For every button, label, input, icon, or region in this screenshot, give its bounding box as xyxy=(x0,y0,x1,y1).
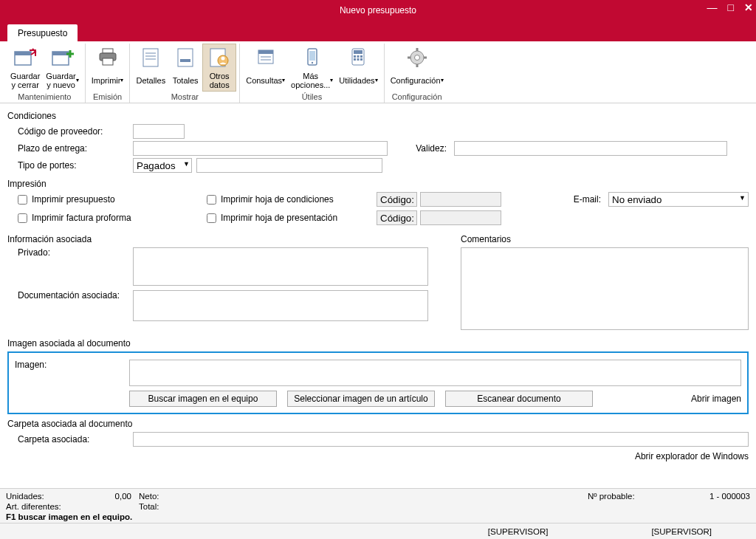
tab-presupuesto[interactable]: Presupuesto xyxy=(7,24,78,41)
configuracion-button[interactable]: Configuración▾ xyxy=(388,44,447,92)
ribbon-group-mostrar: Detalles Totales Otros datos Mostrar xyxy=(130,44,240,103)
minimize-icon[interactable]: — xyxy=(707,1,718,13)
consultas-icon xyxy=(254,46,278,69)
utilidades-button[interactable]: Utilidades▾ xyxy=(336,44,380,92)
consultas-button[interactable]: Consultas▾ xyxy=(243,44,288,92)
ribbon-group-configuracion: Configuración▾ Configuración xyxy=(385,44,450,103)
label-validez: Validez: xyxy=(402,143,447,154)
label-total: Total: xyxy=(131,502,205,511)
label-carpeta: Carpeta asociada: xyxy=(7,434,133,444)
phone-icon xyxy=(300,46,324,69)
otros-datos-button[interactable]: Otros datos xyxy=(202,44,236,92)
imprimir-button[interactable]: Imprimir▾ xyxy=(89,44,127,92)
email-select[interactable] xyxy=(608,192,749,207)
imagen-input[interactable] xyxy=(129,360,741,386)
save-new-icon xyxy=(51,46,75,69)
detalles-button[interactable]: Detalles xyxy=(133,44,168,92)
section-condiciones: Condiciones xyxy=(7,111,749,121)
comentarios-textarea[interactable] xyxy=(461,247,749,330)
value-unidades: 0,00 xyxy=(94,492,131,501)
window-title: Nuevo presupuesto xyxy=(340,5,416,16)
codigo2-label xyxy=(377,210,417,225)
codigo2-input xyxy=(420,210,501,225)
buscar-imagen-button[interactable]: Buscar imagen en el equipo xyxy=(129,391,277,407)
chk-factura-proforma[interactable]: Imprimir factura proforma xyxy=(18,213,207,223)
section-impresion: Impresión xyxy=(7,179,749,189)
otros-datos-icon xyxy=(207,46,231,69)
save-close-icon xyxy=(13,46,37,69)
validez-input[interactable] xyxy=(454,141,727,156)
chevron-down-icon[interactable]: ▼ xyxy=(739,194,746,202)
statusbar: [SUPERVISOR] [SUPERVISOR] xyxy=(0,523,756,539)
section-comentarios: Comentarios xyxy=(461,234,749,244)
close-icon[interactable]: ✕ xyxy=(744,1,753,13)
escanear-button[interactable]: Escanear documento xyxy=(445,391,593,407)
abrir-explorador-link[interactable]: Abrir explorador de Windows xyxy=(635,451,749,461)
totales-button[interactable]: Totales xyxy=(168,44,202,92)
svg-rect-31 xyxy=(357,58,360,61)
privado-textarea[interactable] xyxy=(133,247,428,286)
tipo-portes-extra-input[interactable] xyxy=(196,158,382,173)
guardar-nuevo-button[interactable]: Guardar y nuevo ▾ xyxy=(43,44,81,92)
chevron-down-icon[interactable]: ▼ xyxy=(183,160,190,168)
svg-rect-23 xyxy=(309,51,315,61)
svg-point-24 xyxy=(312,62,313,63)
seleccionar-imagen-button[interactable]: Seleccionar imagen de un artículo xyxy=(287,391,435,407)
footer-summary: Unidades: 0,00 Neto: Nº probable: 1 - 00… xyxy=(0,488,756,523)
ribbon-group-emision: Imprimir▾ Emisión xyxy=(86,44,131,103)
label-imagen: Imagen: xyxy=(15,360,129,370)
label-neto: Neto: xyxy=(131,492,205,501)
codigo1-label xyxy=(377,192,417,207)
svg-point-17 xyxy=(221,57,225,61)
plazo-entrega-input[interactable] xyxy=(133,141,388,156)
titlebar: Nuevo presupuesto — □ ✕ xyxy=(0,0,756,21)
svg-rect-29 xyxy=(360,55,362,58)
label-privado: Privado: xyxy=(7,247,133,258)
value-n-probable: 1 - 000003 xyxy=(684,492,750,501)
imagen-group: Imagen: Buscar imagen en el equipo Selec… xyxy=(7,351,749,414)
mas-opciones-button[interactable]: Más opciones... ▾ xyxy=(288,44,336,92)
svg-rect-13 xyxy=(178,49,193,66)
label-email: E-mail: xyxy=(574,194,601,205)
codigo-proveedor-input[interactable] xyxy=(133,124,185,139)
svg-rect-9 xyxy=(143,49,158,66)
maximize-icon[interactable]: □ xyxy=(728,1,734,13)
chk-hoja-condiciones[interactable]: Imprimir hoja de condiciones xyxy=(207,194,377,205)
chk-imprimir-presupuesto[interactable]: Imprimir presupuesto xyxy=(18,194,207,205)
gear-icon xyxy=(405,46,429,69)
ribbon-group-utiles: Consultas▾ Más opciones... ▾ Utilidades▾… xyxy=(240,44,384,103)
label-doc-asociada: Documentación asociada: xyxy=(7,290,133,301)
calculator-icon xyxy=(346,46,370,69)
guardar-cerrar-button[interactable]: Guardar y cerrar xyxy=(7,44,43,92)
chk-hoja-presentacion[interactable]: Imprimir hoja de presentación xyxy=(207,213,377,223)
svg-point-34 xyxy=(414,55,419,61)
totales-icon xyxy=(173,46,197,69)
label-unidades: Unidades: xyxy=(6,492,94,501)
svg-rect-3 xyxy=(52,52,69,55)
section-carpeta-doc: Carpeta asociada al documento xyxy=(7,419,749,429)
form-body: Condiciones Código de proveedor: Plazo d… xyxy=(0,103,756,488)
status-user-right: [SUPERVISOR] xyxy=(651,527,712,536)
doc-asociada-textarea[interactable] xyxy=(133,290,428,321)
carpeta-input[interactable] xyxy=(133,432,749,447)
printer-icon xyxy=(96,46,120,69)
ribbon: Guardar y cerrar Guardar y nuevo ▾ Mante… xyxy=(0,41,756,103)
label-codigo-proveedor: Código de proveedor: xyxy=(7,126,133,137)
svg-rect-14 xyxy=(180,59,190,62)
svg-rect-28 xyxy=(357,55,360,58)
svg-rect-8 xyxy=(103,58,113,65)
footer-hint: F1 buscar imagen en el equipo. xyxy=(6,512,750,521)
abrir-imagen-link[interactable]: Abrir imagen xyxy=(691,394,741,404)
codigo1-input xyxy=(420,192,501,207)
section-info-asociada: Información asociada xyxy=(7,234,439,244)
status-user-left: [SUPERVISOR] xyxy=(488,527,549,536)
svg-rect-27 xyxy=(354,55,356,58)
svg-rect-32 xyxy=(360,58,362,61)
label-n-probable: Nº probable: xyxy=(588,492,684,501)
detalles-icon xyxy=(139,46,162,69)
label-art-dif: Art. diferentes: xyxy=(6,502,94,511)
label-plazo-entrega: Plazo de entrega: xyxy=(7,143,133,154)
label-tipo-portes: Tipo de portes: xyxy=(7,160,133,171)
tab-row: Presupuesto xyxy=(0,21,756,41)
svg-rect-1 xyxy=(15,52,31,55)
